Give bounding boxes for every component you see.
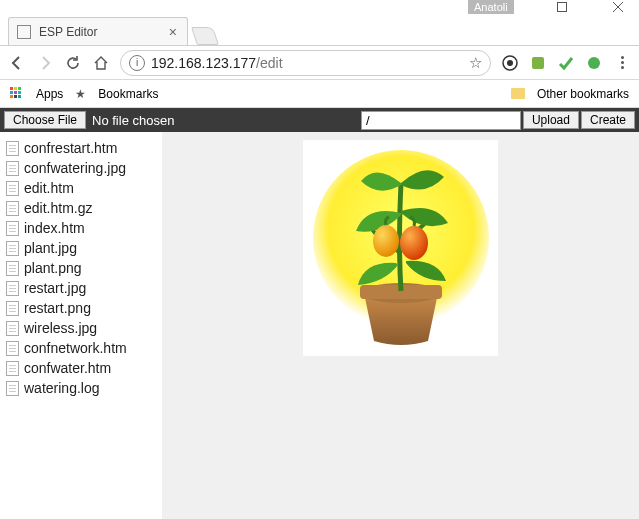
upload-button[interactable]: Upload (523, 111, 579, 129)
svg-point-5 (507, 60, 513, 66)
file-name: index.htm (24, 220, 85, 236)
close-tab-icon[interactable]: × (169, 24, 177, 40)
file-name: plant.png (24, 260, 82, 276)
file-name: confwater.htm (24, 360, 111, 376)
file-icon (6, 141, 19, 156)
home-button[interactable] (92, 54, 110, 72)
file-chosen-label: No file chosen (92, 113, 174, 128)
svg-point-12 (400, 226, 428, 260)
file-name: edit.htm (24, 180, 74, 196)
extension-icon-1[interactable] (501, 54, 519, 72)
plant-image (303, 140, 498, 356)
file-name: watering.log (24, 380, 100, 396)
file-list-sidebar: confrestart.htmconfwatering.jpgedit.htme… (0, 132, 162, 519)
editor-action-bar: Choose File No file chosen Upload Create (0, 108, 639, 132)
other-bookmarks-label[interactable]: Other bookmarks (537, 87, 629, 101)
reload-button[interactable] (64, 54, 82, 72)
svg-rect-1 (558, 3, 567, 12)
bookmarks-label[interactable]: Bookmarks (98, 87, 158, 101)
profile-badge[interactable]: Anatoli (468, 0, 514, 14)
svg-point-7 (588, 57, 600, 69)
file-icon (6, 381, 19, 396)
file-item[interactable]: confwatering.jpg (4, 158, 158, 178)
file-name: restart.png (24, 300, 91, 316)
apps-icon[interactable] (10, 87, 24, 101)
forward-button[interactable] (36, 54, 54, 72)
file-name: confwatering.jpg (24, 160, 126, 176)
file-item[interactable]: confrestart.htm (4, 138, 158, 158)
file-icon (6, 361, 19, 376)
file-icon (6, 341, 19, 356)
file-item[interactable]: plant.jpg (4, 238, 158, 258)
file-item[interactable]: plant.png (4, 258, 158, 278)
browser-menu-button[interactable] (613, 54, 631, 72)
file-viewer (162, 132, 639, 519)
site-info-icon[interactable]: i (129, 55, 145, 71)
svg-point-11 (373, 225, 399, 257)
file-name: restart.jpg (24, 280, 86, 296)
file-icon (6, 301, 19, 316)
new-tab-button[interactable] (191, 27, 219, 45)
file-icon (6, 221, 19, 236)
file-name: plant.jpg (24, 240, 77, 256)
choose-file-button[interactable]: Choose File (4, 111, 86, 129)
file-name: edit.htm.gz (24, 200, 92, 216)
window-titlebar: Anatoli (0, 0, 639, 14)
extension-icon-3[interactable] (557, 54, 575, 72)
tab-strip: ESP Editor × (0, 14, 639, 46)
bookmarks-bar: Apps ★ Bookmarks Other bookmarks (0, 80, 639, 108)
path-input[interactable] (361, 111, 521, 130)
file-item[interactable]: watering.log (4, 378, 158, 398)
file-item[interactable]: restart.png (4, 298, 158, 318)
file-item[interactable]: edit.htm.gz (4, 198, 158, 218)
bookmarks-folder-icon: ★ (75, 87, 86, 101)
file-name: wireless.jpg (24, 320, 97, 336)
extension-icon-4[interactable] (585, 54, 603, 72)
file-item[interactable]: edit.htm (4, 178, 158, 198)
file-name: confnetwork.htm (24, 340, 127, 356)
extension-icon-2[interactable] (529, 54, 547, 72)
back-button[interactable] (8, 54, 26, 72)
file-item[interactable]: index.htm (4, 218, 158, 238)
folder-icon (511, 88, 525, 99)
create-button[interactable]: Create (581, 111, 635, 129)
file-item[interactable]: confnetwork.htm (4, 338, 158, 358)
file-icon (6, 261, 19, 276)
extension-icons (501, 54, 603, 72)
file-icon (6, 241, 19, 256)
file-icon (6, 321, 19, 336)
file-name: confrestart.htm (24, 140, 117, 156)
file-icon (6, 281, 19, 296)
address-bar[interactable]: i 192.168.123.177/edit ☆ (120, 50, 491, 76)
file-icon (6, 161, 19, 176)
file-icon (6, 201, 19, 216)
file-item[interactable]: confwater.htm (4, 358, 158, 378)
browser-toolbar: i 192.168.123.177/edit ☆ (0, 46, 639, 80)
bookmark-star-icon[interactable]: ☆ (469, 54, 482, 72)
file-item[interactable]: wireless.jpg (4, 318, 158, 338)
maximize-button[interactable] (547, 1, 577, 13)
file-icon (6, 181, 19, 196)
browser-tab[interactable]: ESP Editor × (8, 17, 188, 45)
close-window-button[interactable] (603, 1, 633, 13)
apps-label[interactable]: Apps (36, 87, 63, 101)
url-text: 192.168.123.177/edit (151, 55, 283, 71)
favicon-icon (17, 25, 31, 39)
svg-rect-6 (532, 57, 544, 69)
file-item[interactable]: restart.jpg (4, 278, 158, 298)
tab-title: ESP Editor (39, 25, 161, 39)
